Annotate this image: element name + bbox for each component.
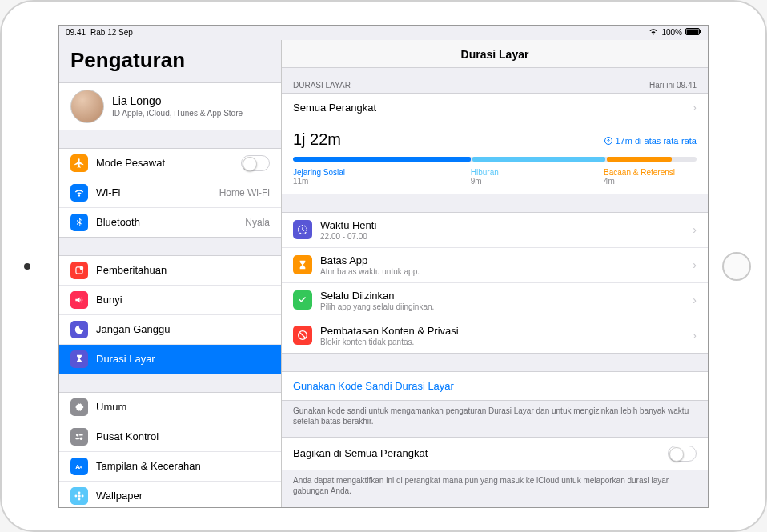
sidebar-item-wifi[interactable]: Wi-Fi Home Wi-Fi	[59, 178, 281, 208]
usage-bar	[293, 157, 697, 162]
home-button[interactable]	[722, 252, 751, 281]
sidebar-item-label: Durasi Layar	[96, 353, 270, 365]
sidebar-item-label: Pemberitahuan	[96, 264, 270, 276]
sidebar-item-wallpaper[interactable]: Wallpaper	[59, 482, 281, 507]
total-time-row: 1j 22m 17m di atas rata-rata	[282, 122, 708, 154]
sidebar-item-bluetooth[interactable]: Bluetooth Nyala	[59, 208, 281, 237]
sidebar-item-label: Mode Pesawat	[96, 157, 241, 169]
above-average: 17m di atas rata-rata	[604, 136, 697, 146]
sidebar-item-notifications[interactable]: Pemberitahuan	[59, 256, 281, 286]
total-time: 1j 22m	[293, 130, 341, 149]
wifi-value: Home Wi-Fi	[219, 187, 270, 198]
bar-segment-social	[293, 157, 471, 162]
category-legend: Jejaring Sosial 11m Hiburan 9m Bacaan & …	[282, 166, 708, 194]
feature-always-allowed[interactable]: Selalu Diizinkan Pilih app yang selalu d…	[282, 283, 708, 318]
share-toggle[interactable]	[668, 446, 697, 462]
detail-pane: Durasi Layar DURASI LAYAR Hari ini 09.41…	[282, 40, 708, 507]
svg-rect-6	[79, 434, 83, 435]
svg-text:A: A	[79, 464, 82, 469]
feature-subtitle: Pilih app yang selalu diinginkan.	[320, 302, 680, 311]
svg-point-4	[80, 266, 84, 270]
feature-subtitle: Atur batas waktu untuk app.	[320, 267, 680, 276]
sidebar-item-label: Pusat Kontrol	[96, 430, 270, 442]
bluetooth-icon	[70, 214, 88, 231]
svg-point-7	[80, 437, 83, 440]
svg-point-14	[74, 494, 77, 497]
sidebar-item-label: Tampilan & Kecerahan	[96, 460, 270, 472]
feature-title: Waktu Henti	[320, 219, 680, 231]
bar-segment-entertainment	[472, 157, 605, 162]
sidebar-item-label: Bunyi	[96, 294, 270, 306]
sidebar-item-display[interactable]: AA Tampilan & Kecerahan	[59, 452, 281, 482]
bell-icon	[70, 262, 88, 279]
feature-subtitle: Blokir konten tidak pantas.	[320, 338, 680, 346]
moon-icon	[70, 321, 88, 338]
hourglass-icon	[70, 350, 88, 368]
screen: 09.41 Rab 12 Sep 100% Pengaturan	[58, 25, 709, 508]
hourglass-icon	[293, 255, 312, 274]
no-entry-icon	[293, 326, 312, 345]
svg-line-19	[300, 333, 306, 338]
sidebar-item-label: Jangan Ganggu	[96, 323, 270, 335]
sidebar-item-dnd[interactable]: Jangan Ganggu	[59, 315, 281, 345]
account-row[interactable]: Lia Longo ID Apple, iCloud, iTunes & App…	[59, 82, 281, 130]
svg-point-12	[78, 491, 81, 494]
feature-subtitle: 22.00 - 07.00	[320, 232, 680, 241]
speaker-icon	[70, 291, 88, 309]
check-icon	[293, 290, 312, 310]
sidebar-item-label: Wallpaper	[96, 490, 270, 502]
settings-sidebar: Pengaturan Lia Longo ID Apple, iCloud, i…	[59, 40, 282, 507]
page-title: Pengaturan	[59, 40, 281, 78]
share-label: Bagikan di Semua Perangkat	[293, 447, 428, 459]
chevron-right-icon: ›	[693, 101, 697, 114]
feature-title: Batas App	[320, 254, 680, 266]
feature-downtime[interactable]: Waktu Henti 22.00 - 07.00 ›	[282, 213, 708, 248]
feature-title: Selalu Diizinkan	[320, 290, 680, 302]
sidebar-item-airplane[interactable]: Mode Pesawat	[59, 149, 281, 178]
bluetooth-value: Nyala	[245, 217, 270, 228]
passcode-footer: Gunakan kode sandi untuk mengamankan pen…	[282, 401, 708, 437]
svg-point-15	[82, 494, 84, 497]
sidebar-group-connectivity: Mode Pesawat Wi-Fi Home Wi-Fi	[59, 148, 281, 238]
share-row[interactable]: Bagikan di Semua Perangkat	[282, 437, 708, 470]
svg-rect-2	[700, 30, 701, 33]
section-header-time: Hari ini 09.41	[649, 81, 697, 90]
sidebar-group-notifications: Pemberitahuan Bunyi Jangan Ganggu	[59, 255, 281, 374]
sidebar-item-control-center[interactable]: Pusat Kontrol	[59, 422, 281, 452]
chevron-right-icon: ›	[693, 258, 697, 271]
all-devices-row[interactable]: Semua Perangkat ›	[282, 94, 708, 122]
airplane-toggle[interactable]	[241, 155, 270, 171]
status-bar: 09.41 Rab 12 Sep 100%	[59, 26, 708, 40]
svg-point-11	[78, 494, 81, 498]
sidebar-item-screentime[interactable]: Durasi Layar	[59, 345, 281, 374]
all-devices-label: Semua Perangkat	[293, 102, 688, 114]
passcode-link[interactable]: Gunakan Kode Sandi Durasi Layar	[282, 371, 708, 401]
toggles-icon	[70, 428, 88, 446]
gear-icon	[70, 398, 88, 416]
account-name: Lia Longo	[112, 94, 243, 107]
section-header-usage: DURASI LAYAR Hari ini 09.41	[282, 68, 708, 93]
chevron-right-icon: ›	[693, 223, 697, 236]
features-card: Waktu Henti 22.00 - 07.00 › Batas App At…	[282, 212, 708, 354]
battery-pct: 100%	[661, 28, 682, 37]
battery-icon	[685, 28, 701, 37]
legend-entertainment: Hiburan 9m	[471, 168, 604, 186]
ipad-frame: 09.41 Rab 12 Sep 100% Pengaturan	[0, 0, 767, 532]
feature-title: Pembatasan Konten & Privasi	[320, 325, 680, 337]
svg-point-13	[78, 498, 81, 500]
display-icon: AA	[70, 458, 88, 475]
sidebar-item-sounds[interactable]: Bunyi	[59, 286, 281, 315]
legend-reading: Bacaan & Referensi 4m	[604, 168, 675, 186]
sidebar-item-general[interactable]: Umum	[59, 393, 281, 422]
avatar	[70, 90, 104, 123]
svg-rect-1	[687, 30, 699, 34]
flower-icon	[70, 487, 88, 505]
svg-point-5	[76, 433, 79, 436]
clock-icon	[293, 220, 312, 239]
feature-app-limits[interactable]: Batas App Atur batas waktu untuk app. ›	[282, 248, 708, 283]
sidebar-group-general: Umum Pusat Kontrol AA Tampilan & Kecerah…	[59, 392, 281, 507]
legend-social: Jejaring Sosial 11m	[293, 168, 471, 186]
feature-restrictions[interactable]: Pembatasan Konten & Privasi Blokir konte…	[282, 318, 708, 353]
airplane-icon	[70, 154, 88, 172]
status-date: Rab 12 Sep	[90, 28, 133, 37]
